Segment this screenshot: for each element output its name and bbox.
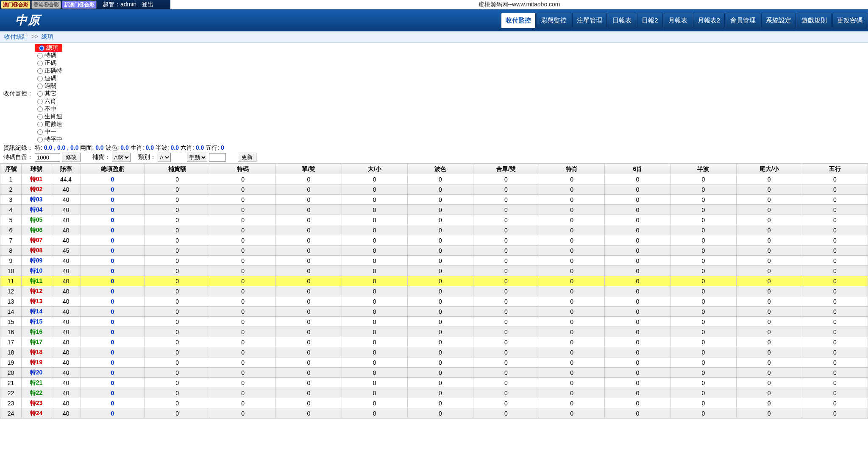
nav-10[interactable]: 更改密碼 xyxy=(832,13,867,28)
lottery-tab-macau[interactable]: 澳门⑥合彩 xyxy=(1,0,31,9)
table-row[interactable]: 10特1040000000000000 xyxy=(0,266,868,276)
nav-7[interactable]: 會員管理 xyxy=(726,13,760,28)
cell-v5: 0 xyxy=(407,378,473,388)
keep-input[interactable] xyxy=(35,153,60,162)
restock-select[interactable]: A盤 xyxy=(112,153,131,162)
cell-v4: 0 xyxy=(342,296,407,307)
cell-rate: 40 xyxy=(51,225,81,235)
type-select[interactable]: A xyxy=(158,153,171,162)
cell-v2: 0 xyxy=(210,246,276,256)
nav-5[interactable]: 月報表 xyxy=(664,13,692,28)
nav-8[interactable]: 系統設定 xyxy=(761,13,796,28)
cell-rate: 40 xyxy=(51,296,81,307)
table-row[interactable]: 24特2440000000000000 xyxy=(0,408,868,419)
nav-4[interactable]: 日報2 xyxy=(637,13,662,28)
table-wrap[interactable]: 序號球號賠率總項盈虧補貨額特碼單/雙大/小波色合單/雙特肖6肖半波尾大/小五行 … xyxy=(0,163,868,455)
lottery-tab-hk[interactable]: 香港⑥合彩 xyxy=(31,0,61,9)
filter-radio-12[interactable]: 特平中 xyxy=(35,136,62,143)
nav-2[interactable]: 注單管理 xyxy=(572,13,607,28)
table-row[interactable]: 16特1640000000000000 xyxy=(0,327,868,337)
info-val-2: 0.0 xyxy=(120,144,128,151)
table-row[interactable]: 14特1440000000000000 xyxy=(0,307,868,317)
cell-v1: 0 xyxy=(145,347,210,357)
cell-total: 0 xyxy=(81,347,145,357)
cell-v9: 0 xyxy=(670,398,736,408)
cell-v11: 0 xyxy=(802,195,868,205)
update-button[interactable]: 更新 xyxy=(238,153,256,162)
table-row[interactable]: 22特2240000000000000 xyxy=(0,388,868,398)
nav-6[interactable]: 月報表2 xyxy=(693,13,725,28)
cell-v5: 0 xyxy=(407,215,473,225)
cell-rate: 40 xyxy=(51,388,81,398)
table-row[interactable]: 9特0940000000000000 xyxy=(0,256,868,266)
info-val-4: 0.0 xyxy=(171,144,179,151)
table-row[interactable]: 15特1540000000000000 xyxy=(0,317,868,327)
table-row[interactable]: 12特1240000000000000 xyxy=(0,286,868,296)
cell-v6: 0 xyxy=(473,225,539,235)
table-row[interactable]: 18特1840000000000000 xyxy=(0,347,868,357)
cell-v4: 0 xyxy=(342,266,407,276)
table-row[interactable]: 5特0540000000000000 xyxy=(0,215,868,225)
cell-ball: 特04 xyxy=(22,205,51,215)
table-row[interactable]: 6特0640000000000000 xyxy=(0,225,868,235)
table-row[interactable]: 11特1140000000000000 xyxy=(0,276,868,286)
mode-select[interactable]: 手動 xyxy=(187,153,207,162)
table-row[interactable]: 17特1740000000000000 xyxy=(0,337,868,347)
cell-v8: 0 xyxy=(605,398,670,408)
lottery-tab-new-macau[interactable]: 新澳门⑥合彩 xyxy=(62,0,97,9)
filter-radio-5[interactable]: 過關 xyxy=(35,82,62,90)
cell-total: 0 xyxy=(81,327,145,337)
table-row[interactable]: 23特2340000000000000 xyxy=(0,398,868,408)
cell-v10: 0 xyxy=(736,317,802,327)
filter-radio-11[interactable]: 中一 xyxy=(35,128,62,136)
logout-link[interactable]: 登出 xyxy=(142,1,153,8)
nav-0[interactable]: 收付監控 xyxy=(501,13,536,28)
crumb-root[interactable]: 收付統計 xyxy=(4,33,28,40)
cell-v2: 0 xyxy=(210,256,276,266)
filter-radio-1[interactable]: 特碼 xyxy=(35,52,62,59)
filter-radio-9[interactable]: 生肖連 xyxy=(35,113,62,120)
table-row[interactable]: 1特0144.4000000000000 xyxy=(0,174,868,184)
filter-radio-6[interactable]: 其它 xyxy=(35,90,62,98)
filter-radio-8[interactable]: 不中 xyxy=(35,105,62,113)
cell-v8: 0 xyxy=(605,276,670,286)
filter-radio-0[interactable]: 總項 xyxy=(35,44,62,52)
filter-radio-3[interactable]: 正碼特 xyxy=(35,67,62,75)
cell-v3: 0 xyxy=(276,327,342,337)
cell-v7: 0 xyxy=(539,368,605,378)
cell-v2: 0 xyxy=(210,307,276,317)
cell-v11: 0 xyxy=(802,317,868,327)
cell-ball: 特14 xyxy=(22,307,51,317)
cell-total: 0 xyxy=(81,408,145,419)
filter-radio-10[interactable]: 尾數連 xyxy=(35,120,62,128)
cell-total: 0 xyxy=(81,317,145,327)
filter-label: 收付監控： xyxy=(3,90,33,98)
cell-v7: 0 xyxy=(539,205,605,215)
table-row[interactable]: 19特1940000000000000 xyxy=(0,357,868,368)
cell-v1: 0 xyxy=(145,184,210,195)
table-row[interactable]: 3特0340000000000000 xyxy=(0,195,868,205)
nav-3[interactable]: 日報表 xyxy=(608,13,636,28)
table-row[interactable]: 2特0240000000000000 xyxy=(0,184,868,195)
cell-v5: 0 xyxy=(407,235,473,246)
table-row[interactable]: 4特0440000000000000 xyxy=(0,205,868,215)
cell-v4: 0 xyxy=(342,195,407,205)
table-row[interactable]: 20特2040000000000000 xyxy=(0,368,868,378)
cell-v1: 0 xyxy=(145,398,210,408)
mode-input[interactable] xyxy=(209,153,226,162)
table-row[interactable]: 13特1340000000000000 xyxy=(0,296,868,307)
filter-radio-2[interactable]: 正碼 xyxy=(35,59,62,67)
nav-1[interactable]: 彩盤監控 xyxy=(537,13,571,28)
table-row[interactable]: 7特0740000000000000 xyxy=(0,235,868,246)
table-row[interactable]: 21特2140000000000000 xyxy=(0,378,868,388)
cell-v10: 0 xyxy=(736,327,802,337)
cell-v11: 0 xyxy=(802,266,868,276)
table-row[interactable]: 8特0845000000000000 xyxy=(0,246,868,256)
cell-ball: 特20 xyxy=(22,368,51,378)
col-header-3: 總項盈虧 xyxy=(81,164,145,174)
filter-radio-7[interactable]: 六肖 xyxy=(35,98,62,105)
modify-button[interactable]: 修改 xyxy=(62,153,81,162)
filter-radio-4[interactable]: 連碼 xyxy=(35,75,62,82)
type-label: 類別： xyxy=(138,154,156,161)
nav-9[interactable]: 遊戲規則 xyxy=(797,13,832,28)
